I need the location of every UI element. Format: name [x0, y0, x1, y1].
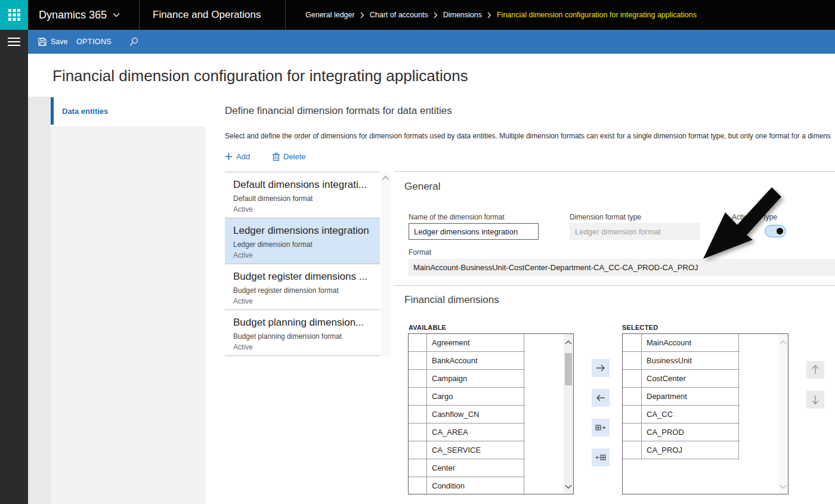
dimension-format-name-input[interactable]	[409, 223, 539, 240]
dimension-name-cell: CA_CC	[642, 406, 739, 423]
table-row[interactable]: CA_AREA	[409, 423, 525, 441]
name-field-label: Name of the dimension format	[409, 213, 505, 221]
search-button[interactable]	[129, 30, 138, 54]
row-select-cell[interactable]	[623, 370, 642, 387]
dimension-name-cell: CA_PROD	[642, 423, 739, 441]
chevron-right-icon	[434, 12, 438, 18]
format-title: Ledger dimensions integration	[233, 225, 380, 237]
format-list-item[interactable]: Budget planning dimension... Budget plan…	[225, 310, 380, 355]
add-button[interactable]: Add	[225, 152, 250, 161]
selected-scrollbar[interactable]	[778, 334, 788, 494]
brand-label: Dynamics 365	[39, 9, 107, 21]
arrow-down-icon	[811, 394, 820, 405]
row-select-cell[interactable]	[409, 406, 427, 423]
table-row[interactable]: CostCenter	[623, 370, 740, 388]
format-subtitle: Budget register dimension format	[233, 286, 380, 295]
move-up-button[interactable]	[806, 361, 824, 379]
table-row[interactable]: CA_PROJ	[623, 441, 740, 459]
move-all-right-button[interactable]	[592, 419, 610, 437]
active-for-type-toggle[interactable]	[765, 225, 786, 237]
row-select-cell[interactable]	[623, 352, 642, 369]
arrow-left-grid-icon	[595, 453, 606, 462]
table-row[interactable]: Campaign	[409, 370, 525, 388]
format-status: Active	[233, 205, 380, 214]
chevron-down-icon[interactable]	[565, 481, 572, 491]
chevron-down-icon[interactable]	[780, 481, 787, 491]
format-list-item[interactable]: Default dimensions integrati... Default …	[225, 172, 380, 218]
row-select-cell[interactable]	[409, 459, 427, 477]
row-select-cell[interactable]	[623, 406, 642, 423]
row-select-cell[interactable]	[409, 352, 427, 369]
chevron-up-icon	[382, 175, 389, 181]
breadcrumb-item[interactable]: Dimensions	[443, 11, 482, 19]
format-value-field: MainAccount-BusinessUnit-CostCenter-Depa…	[409, 259, 835, 276]
table-row[interactable]: MainAccount	[623, 334, 740, 352]
dynamics-365-menu[interactable]: Dynamics 365	[39, 0, 120, 30]
format-status: Active	[233, 297, 380, 305]
format-list-scrollbar[interactable]	[381, 172, 391, 356]
app-launcher-button[interactable]	[0, 0, 28, 30]
save-disk-icon	[38, 38, 47, 46]
table-row[interactable]: Agreement	[409, 334, 525, 352]
move-right-button[interactable]	[592, 359, 610, 377]
product-name[interactable]: Finance and Operations	[153, 0, 261, 30]
table-row[interactable]: Cargo	[409, 388, 525, 406]
waffle-grid-icon	[8, 9, 20, 21]
chevron-down-icon	[113, 13, 120, 17]
breadcrumb-item[interactable]: Chart of accounts	[370, 11, 428, 19]
sidebar-panel	[51, 126, 206, 504]
available-scrollbar[interactable]	[564, 334, 573, 494]
table-row[interactable]: Cashflow_CN	[409, 406, 525, 423]
sidebar-item-data-entities[interactable]: Data entities	[51, 97, 206, 125]
row-select-cell[interactable]	[409, 388, 427, 405]
hamburger-menu-button[interactable]	[8, 38, 20, 48]
format-list-item[interactable]: Budget register dimensions ... Budget re…	[225, 264, 380, 310]
breadcrumb-item[interactable]: General ledger	[305, 11, 355, 19]
dimension-name-cell: Cashflow_CN	[427, 406, 524, 423]
format-title: Budget planning dimension...	[233, 317, 380, 329]
table-row[interactable]: Center	[409, 459, 525, 477]
breadcrumb-current-page: Financial dimension configuration for in…	[497, 11, 697, 19]
dimension-format-list: Default dimensions integrati... Default …	[225, 172, 380, 356]
table-row[interactable]: CA_PROD	[623, 423, 740, 441]
grid-arrow-right-icon	[595, 423, 606, 432]
scrollbar-thumb[interactable]	[565, 353, 572, 385]
row-select-cell[interactable]	[409, 441, 427, 459]
move-down-button[interactable]	[806, 391, 824, 409]
format-subtitle: Budget planning dimension format	[233, 332, 380, 341]
table-row[interactable]: Department	[623, 388, 740, 406]
move-left-button[interactable]	[592, 389, 610, 407]
row-select-cell[interactable]	[623, 423, 642, 441]
move-all-left-button[interactable]	[592, 449, 610, 466]
table-row[interactable]: BankAccount	[409, 352, 525, 370]
row-select-cell[interactable]	[623, 334, 642, 351]
dimension-name-cell: CA_AREA	[427, 423, 524, 441]
chevron-up-icon[interactable]	[780, 336, 787, 347]
left-gutter	[28, 97, 51, 504]
format-subtitle: Default dimension format	[233, 194, 380, 203]
table-row[interactable]: BusinessUnit	[623, 352, 740, 370]
divider	[139, 0, 140, 30]
row-select-cell[interactable]	[409, 334, 427, 351]
format-list-item-selected[interactable]: Ledger dimensions integration Ledger dim…	[225, 218, 380, 264]
row-select-cell[interactable]	[409, 477, 427, 494]
row-select-cell[interactable]	[409, 370, 427, 387]
dimension-name-cell: CA_PROJ	[642, 441, 739, 459]
row-select-cell[interactable]	[409, 423, 427, 441]
table-row[interactable]: CA_SERVICE	[409, 441, 525, 459]
row-select-cell[interactable]	[623, 441, 642, 459]
row-select-cell[interactable]	[623, 388, 642, 405]
dimension-name-cell: CA_SERVICE	[427, 441, 524, 459]
table-row[interactable]: CA_CC	[623, 406, 740, 423]
save-button[interactable]: Save	[38, 30, 68, 54]
divider	[285, 0, 286, 30]
trash-icon	[273, 153, 280, 161]
dimension-name-cell: Campaign	[427, 370, 524, 387]
delete-button[interactable]: Delete	[273, 152, 306, 161]
dimension-name-cell: Cargo	[427, 388, 524, 405]
options-button[interactable]: OPTIONS	[76, 30, 112, 54]
navigation-rail	[0, 30, 28, 504]
chevron-up-icon[interactable]	[565, 336, 572, 347]
dimension-name-cell: BusinessUnit	[642, 352, 739, 369]
table-row[interactable]: Condition	[409, 477, 525, 494]
